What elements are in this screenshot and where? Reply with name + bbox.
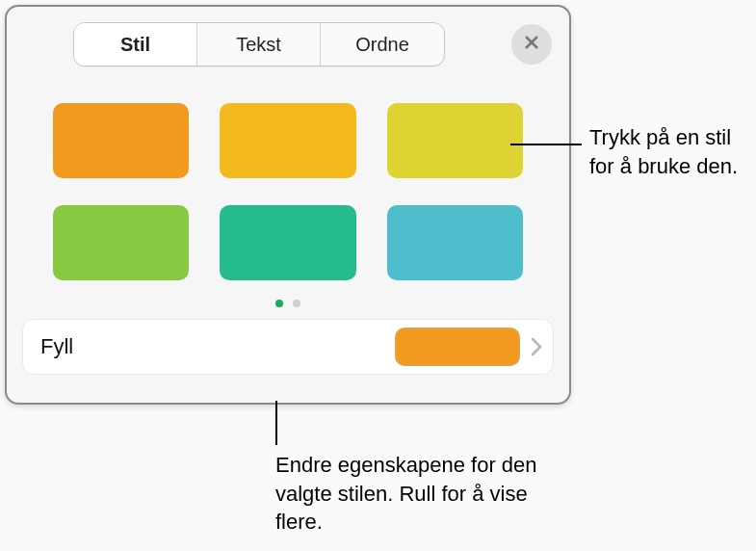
close-icon <box>523 34 540 55</box>
panel-header: Stil Tekst Ordne <box>7 7 569 66</box>
style-swatch[interactable] <box>387 205 523 280</box>
tab-stil[interactable]: Stil <box>74 23 197 66</box>
style-swatches <box>7 66 569 290</box>
style-swatch[interactable] <box>53 205 189 280</box>
page-dot <box>275 300 283 307</box>
fill-row[interactable]: Fyll <box>22 319 554 375</box>
page-indicator[interactable] <box>7 290 569 313</box>
tab-bar: Stil Tekst Ordne <box>73 22 445 66</box>
tab-tekst-label: Tekst <box>236 34 281 56</box>
callout-tap-style: Trykk på en stil for å bruke den. <box>589 123 751 180</box>
style-swatch[interactable] <box>53 103 189 178</box>
fill-color-preview <box>395 328 520 366</box>
callout-change-props: Endre egenskapene for den valgte stilen.… <box>275 451 555 537</box>
fill-label: Fyll <box>40 334 395 359</box>
callout-leader <box>510 144 582 145</box>
style-swatch[interactable] <box>387 103 523 178</box>
page-dot <box>293 300 300 307</box>
style-swatch[interactable] <box>220 103 355 178</box>
tab-tekst[interactable]: Tekst <box>197 23 321 66</box>
tab-ordne-label: Ordne <box>355 34 409 56</box>
close-button[interactable] <box>511 24 552 65</box>
style-swatch[interactable] <box>220 205 355 280</box>
tab-stil-label: Stil <box>120 34 150 56</box>
tab-ordne[interactable]: Ordne <box>321 23 444 66</box>
chevron-right-icon <box>530 337 543 356</box>
callout-leader <box>275 401 277 445</box>
format-panel: Stil Tekst Ordne <box>5 5 571 405</box>
